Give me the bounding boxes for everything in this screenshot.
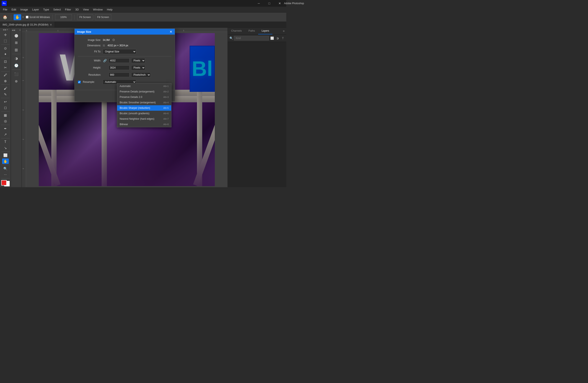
shape-tool-btn[interactable]: ⬜ (2, 152, 9, 158)
scroll-all-windows-label[interactable]: Scroll All Windows (26, 16, 50, 19)
lasso-tool-btn[interactable]: ⊙ (2, 45, 9, 51)
link-icon[interactable]: 🔗 (103, 59, 107, 63)
libraries-btn[interactable]: ⊛ (13, 78, 20, 85)
direct-selection-btn[interactable]: ↘ (2, 145, 9, 151)
foreground-color-swatch[interactable] (1, 180, 7, 186)
modal-titlebar[interactable]: Image Size ✕ (75, 29, 175, 35)
text-filter-icon[interactable]: T (281, 36, 285, 40)
menu-item-image[interactable]: Image (18, 7, 30, 12)
fit-to-select[interactable]: Original Size (103, 49, 136, 54)
gradient-btn[interactable]: ▦ (2, 112, 9, 118)
fit-screen-button[interactable]: Fit Screen (77, 14, 93, 20)
close-toolbox-icon[interactable]: ✕ (6, 28, 8, 31)
width-unit-select[interactable]: Pixels (131, 58, 145, 63)
gradients-btn[interactable]: ▥ (13, 46, 20, 53)
tab-layers[interactable]: Layers (258, 28, 273, 34)
hand-tool-btn[interactable]: ✋ (14, 14, 21, 20)
close-button[interactable]: ✕ (275, 0, 285, 7)
secondary-panel-header: ◀◀ ✕ (11, 28, 21, 32)
resample-label-text: Resample: (83, 81, 95, 84)
eyedropper-btn[interactable]: 🖉 (2, 72, 9, 78)
canvas-area[interactable]: 0 1 2 3 4 5 0 1 2 3 4 (22, 28, 228, 187)
dd-label-preserve2: Preserve Details 2.0 (120, 96, 142, 99)
magic-wand-btn[interactable]: ✦ (2, 51, 9, 57)
swatches-btn[interactable]: ⊞ (13, 39, 20, 46)
gear-button[interactable]: ⚙ (111, 38, 116, 42)
menu-item-type[interactable]: Type (41, 7, 51, 12)
crop-tool-btn[interactable]: ⊡ (2, 59, 9, 64)
collapse-left-icon[interactable]: ◀◀ (3, 28, 6, 31)
scroll-all-windows-text: Scroll All Windows (29, 16, 50, 19)
minimize-button[interactable]: ─ (254, 0, 264, 7)
dd-item-bicubic-sharper[interactable]: Bicubic Sharper (reduction) Alt+5 (117, 105, 171, 111)
extra-tools-btn[interactable]: ··· (2, 172, 9, 178)
toolbox: ◀◀ ✕ ✛ ⬚ ⊙ ✦ ⊡ ✂ 🖉 ⊕ 🖌 ✎ ↩ ◻ ▦ ◎ ✒ ↗ T ↘… (0, 28, 11, 187)
kind-search-input[interactable] (234, 36, 269, 41)
pixel-filter-icon[interactable]: ⬜ (270, 36, 274, 40)
secondary-panel-collapse-icon[interactable]: ◀◀ (12, 29, 15, 31)
zoom-input[interactable] (55, 14, 72, 20)
adjustments-btn[interactable]: ◑ (13, 55, 20, 62)
tool-dropdown-arrow[interactable]: ▼ (22, 16, 24, 18)
toolbar-separator-3 (74, 15, 75, 20)
tool-separator-10 (1, 165, 10, 165)
maximize-button[interactable]: □ (264, 0, 274, 7)
resample-dropdown: Automatic Alt+1 Preserve Details (enlarg… (117, 83, 171, 127)
panel-menu-icon[interactable]: ≡ (281, 28, 286, 34)
tab-close-icon[interactable]: ✕ (50, 23, 52, 26)
fill-screen-button[interactable]: Fill Screen (95, 14, 111, 20)
document-tab[interactable]: IMG_2949~photo.jpg @ 33,3% (RGB/8#) ✕ (0, 22, 55, 27)
modal-close-button[interactable]: ✕ (169, 30, 172, 34)
color-picker-secondary-btn[interactable]: ⬤ (13, 32, 20, 39)
history-brush-btn[interactable]: ↩ (2, 99, 9, 105)
slice-tool-btn[interactable]: ✂ (2, 65, 9, 70)
menu-item-layer[interactable]: Layer (30, 7, 41, 12)
width-input[interactable] (108, 58, 129, 63)
zoom-tool-btn[interactable]: 🔍 (2, 166, 9, 171)
home-button[interactable]: 🏠 (2, 14, 8, 21)
secondary-panel-close-icon[interactable]: ✕ (19, 29, 21, 31)
dd-item-preserve2[interactable]: Preserve Details 2.0 Alt+3 (117, 94, 171, 100)
tab-channels[interactable]: Channels (228, 28, 245, 34)
menu-item-filter[interactable]: Filter (63, 7, 73, 12)
height-input[interactable] (108, 65, 129, 70)
artboards-btn[interactable]: ⬛ (13, 71, 20, 77)
dd-item-preserve1[interactable]: Preserve Details (enlargement) Alt+2 (117, 89, 171, 94)
brush-tool-btn[interactable]: 🖌 (2, 85, 9, 91)
menu-item-help[interactable]: Help (105, 7, 115, 12)
menu-item-edit[interactable]: Edit (9, 7, 18, 12)
marquee-tool-btn[interactable]: ⬚ (2, 38, 9, 44)
dd-item-bilinear[interactable]: Bilinear Alt+8 (117, 122, 171, 127)
path-selection-btn[interactable]: ↗ (2, 132, 9, 137)
height-unit-select[interactable]: Pixels (131, 65, 145, 70)
menu-item-window[interactable]: Window (91, 7, 105, 12)
adjustment-filter-icon[interactable]: ◑ (275, 36, 279, 40)
tab-paths[interactable]: Paths (245, 28, 258, 34)
pen-tool-btn[interactable]: ✒ (2, 126, 9, 131)
menu-item-view[interactable]: View (81, 7, 91, 12)
healing-brush-btn[interactable]: ⊕ (2, 78, 9, 84)
resample-checkbox[interactable] (78, 81, 81, 84)
dd-item-bicubic-smooth[interactable]: Bicubic (smooth gradients) Alt+6 (117, 111, 171, 116)
sign-blue-box: Bl (190, 46, 215, 92)
ruler-v-mark-0: 0 (22, 57, 24, 58)
dd-item-automatic[interactable]: Automatic Alt+1 (117, 84, 171, 89)
toolbar: 🏠 ✋ ▼ Scroll All Windows Fit Screen Fill… (0, 13, 286, 22)
menu-item-select[interactable]: Select (51, 7, 63, 12)
image-size-row: Image Size: 34,9M ⚙ (78, 38, 171, 42)
menu-item-3d[interactable]: 3D (73, 7, 81, 12)
dimensions-label: Dimensions: (78, 44, 101, 47)
eraser-btn[interactable]: ◻ (2, 105, 9, 111)
move-tool-btn[interactable]: ✛ (2, 32, 9, 38)
dd-item-bicubic-smoother[interactable]: Bicubic Smoother (enlargement) Alt+4 (117, 100, 171, 105)
text-tool-btn[interactable]: T (2, 139, 9, 145)
blur-btn[interactable]: ◎ (2, 118, 9, 124)
history-btn[interactable]: 🕐 (13, 62, 20, 69)
resolution-input[interactable] (108, 73, 129, 77)
resolution-unit-select[interactable]: Pixels/Inch (131, 72, 151, 77)
dd-item-nearest[interactable]: Nearest Neighbor (hard edges) Alt+7 (117, 116, 171, 122)
scroll-all-windows-checkbox[interactable] (26, 16, 28, 19)
menu-item-file[interactable]: File (1, 7, 9, 12)
hand-toolbox-btn[interactable]: ✋ (2, 158, 9, 164)
clone-stamp-btn[interactable]: ✎ (2, 92, 9, 97)
